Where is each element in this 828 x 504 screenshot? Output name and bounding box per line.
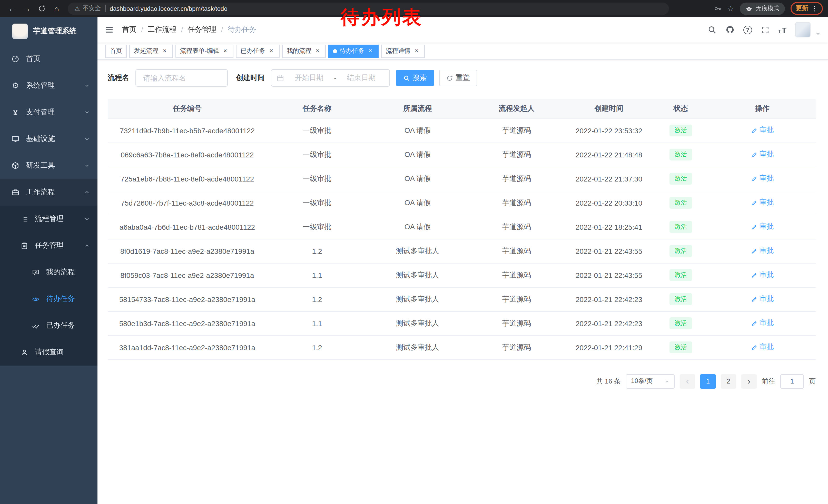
table-row: 580e1b3d-7ac8-11ec-a9e2-a2380e71991a 1.1… (108, 311, 816, 335)
chat-person-icon (31, 268, 40, 276)
search-icon (707, 25, 716, 34)
key-icon[interactable] (713, 4, 721, 12)
status-badge: 激活 (669, 341, 692, 353)
breadcrumb-item-home[interactable]: 首页 (122, 25, 136, 34)
sidebar-item-my-processes[interactable]: 我的流程 (0, 259, 97, 286)
sidebar-item-task-management[interactable]: 任务管理 (0, 232, 97, 259)
chevron-up-icon (84, 243, 90, 248)
security-warning[interactable]: ⚠ 不安全 (74, 4, 101, 13)
help-icon[interactable]: ? (743, 26, 752, 34)
approve-link[interactable]: 审批 (751, 198, 774, 208)
header-search-button[interactable] (707, 25, 716, 34)
tab-process-detail[interactable]: 流程详情 × (381, 44, 425, 58)
approve-link[interactable]: 审批 (751, 270, 774, 280)
browser-home-button[interactable]: ⌂ (50, 2, 64, 15)
col-initiator: 流程发起人 (468, 99, 565, 119)
browser-forward-button[interactable]: → (20, 2, 34, 15)
app-logo[interactable]: 芋道管理系统 (0, 17, 97, 46)
edit-icon (751, 344, 757, 351)
search-button[interactable]: 搜索 (396, 70, 434, 86)
font-size-button[interactable]: TT (778, 26, 786, 34)
github-button[interactable] (725, 25, 734, 34)
sidebar-item-dev-tools[interactable]: 研发工具 (0, 152, 97, 179)
reload-icon (38, 5, 46, 12)
bookmark-star-icon[interactable]: ☆ (727, 4, 734, 13)
table-row: 381aa1dd-7ac8-11ec-a9e2-a2380e71991a 1.2… (108, 335, 816, 359)
sidebar-item-system-management[interactable]: ⚙ 系统管理 (0, 72, 97, 99)
sidebar-item-home[interactable]: 首页 (0, 46, 97, 72)
approve-link[interactable]: 审批 (751, 150, 774, 159)
approve-link[interactable]: 审批 (751, 222, 774, 231)
sidebar-toggle-button[interactable] (105, 25, 114, 34)
goto-label: 前往 (762, 377, 775, 386)
page-size-select[interactable]: 10条/页 (626, 374, 675, 388)
close-icon[interactable]: × (268, 47, 275, 55)
approve-link[interactable]: 审批 (751, 246, 774, 256)
status-badge: 激活 (669, 293, 692, 305)
goto-suffix: 页 (809, 377, 816, 386)
approve-link[interactable]: 审批 (751, 343, 774, 352)
next-page-button[interactable]: › (741, 374, 757, 388)
page-button-1[interactable]: 1 (700, 374, 716, 388)
user-avatar[interactable] (795, 22, 811, 37)
close-icon[interactable]: × (222, 47, 229, 55)
close-icon[interactable]: × (314, 47, 321, 55)
screenshot-root: ← → ⌂ ⚠ 不安全 dashboard.yudao.iocoder.cn/b… (0, 0, 828, 504)
chevron-down-icon (84, 109, 90, 115)
browser-back-button[interactable]: ← (5, 2, 19, 15)
col-actions: 操作 (709, 99, 816, 119)
tab-home[interactable]: 首页 (105, 44, 127, 58)
page-button-2[interactable]: 2 (721, 374, 736, 388)
yen-icon: ¥ (11, 108, 20, 117)
approve-link[interactable]: 审批 (751, 294, 774, 304)
tab-start-process[interactable]: 发起流程 × (129, 44, 173, 58)
monitor-icon (11, 135, 20, 143)
browser-update-button[interactable]: 更新 ⋮ (791, 2, 823, 15)
date-range-picker[interactable]: 开始日期 - 结束日期 (271, 69, 390, 87)
tab-process-form-edit[interactable]: 流程表单-编辑 × (175, 44, 234, 58)
approve-link[interactable]: 审批 (751, 319, 774, 328)
breadcrumb-item-task-management[interactable]: 任务管理 (188, 25, 216, 34)
col-task-id: 任务编号 (108, 99, 267, 119)
github-icon (725, 25, 734, 34)
approve-link[interactable]: 审批 (751, 126, 774, 135)
incognito-icon (745, 5, 753, 12)
reset-button[interactable]: 重置 (439, 70, 477, 86)
filter-bar: 流程名 创建时间 开始日期 - 结束日期 搜索 (108, 69, 816, 87)
page-content: 流程名 创建时间 开始日期 - 结束日期 搜索 (97, 60, 828, 388)
prev-page-button[interactable]: ‹ (680, 374, 695, 388)
sidebar-item-process-management[interactable]: 流程管理 (0, 205, 97, 232)
close-icon[interactable]: × (367, 47, 374, 55)
avatar-caret-down-icon[interactable] (815, 31, 821, 36)
browser-menu-icon[interactable]: ⋮ (811, 5, 818, 12)
sidebar-item-done-tasks[interactable]: 已办任务 (0, 312, 97, 339)
active-tab-dot (333, 49, 337, 53)
start-date-placeholder[interactable]: 开始日期 (286, 73, 332, 83)
navbar-actions: ? TT (707, 22, 821, 37)
breadcrumb: 首页 / 工作流程 / 任务管理 / 待办任务 (122, 25, 256, 34)
table-header-row: 任务编号 任务名称 所属流程 流程发起人 创建时间 状态 操作 (108, 99, 816, 119)
goto-page-input[interactable] (780, 374, 804, 388)
chevron-down-icon (84, 216, 90, 222)
fullscreen-button[interactable] (760, 26, 769, 34)
sidebar-item-leave-query[interactable]: 请假查询 (0, 339, 97, 366)
breadcrumb-item-workflow[interactable]: 工作流程 (148, 25, 176, 34)
sidebar-item-todo-tasks[interactable]: 待办任务 (0, 286, 97, 312)
sidebar-item-payment-management[interactable]: ¥ 支付管理 (0, 99, 97, 126)
sidebar-item-infrastructure[interactable]: 基础设施 (0, 126, 97, 152)
sidebar-item-workflow[interactable]: 工作流程 (0, 179, 97, 205)
browser-reload-button[interactable] (35, 2, 49, 15)
col-process: 所属流程 (367, 99, 468, 119)
create-time-label: 创建时间 (236, 73, 265, 83)
chevron-down-icon (84, 136, 90, 142)
close-icon[interactable]: × (413, 47, 420, 55)
close-icon[interactable]: × (161, 47, 168, 55)
tab-todo-tasks[interactable]: 待办任务 × (328, 44, 379, 58)
approve-link[interactable]: 审批 (751, 174, 774, 183)
process-name-input[interactable] (135, 69, 228, 87)
end-date-placeholder[interactable]: 结束日期 (339, 73, 384, 83)
status-badge: 激活 (669, 149, 692, 161)
incognito-label: 无痕模式 (756, 5, 779, 12)
tab-done-tasks[interactable]: 已办任务 × (236, 44, 280, 58)
tab-my-processes[interactable]: 我的流程 × (282, 44, 326, 58)
